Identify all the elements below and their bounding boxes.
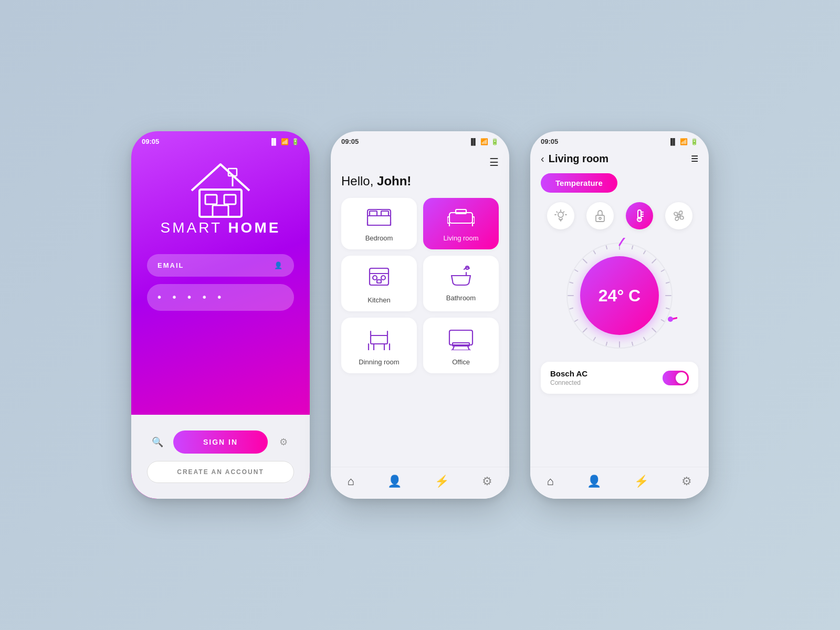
- room-card-dinning-room[interactable]: Dinning room: [341, 318, 417, 373]
- svg-line-70: [570, 282, 573, 284]
- device-name: Bosch AC: [550, 369, 587, 378]
- device-toggle[interactable]: [663, 371, 689, 385]
- office-icon: [447, 327, 475, 353]
- svg-rect-2: [224, 195, 236, 204]
- svg-line-61: [644, 338, 645, 340]
- office-label: Office: [452, 358, 470, 366]
- svg-line-52: [632, 246, 633, 249]
- thermostat[interactable]: 24° C: [562, 238, 677, 353]
- svg-line-60: [652, 328, 656, 332]
- room-card-bedroom[interactable]: Bedroom: [341, 198, 417, 249]
- lock-control[interactable]: [586, 202, 614, 229]
- nav-bolt-3[interactable]: ⚡: [634, 475, 648, 488]
- temp-control[interactable]: [626, 202, 653, 229]
- login-content: SMART HOME EMAIL 👤 • • • • •: [131, 149, 310, 415]
- svg-rect-3: [213, 205, 228, 217]
- email-field[interactable]: EMAIL 👤: [147, 254, 294, 277]
- time-3: 09:05: [541, 138, 558, 145]
- room-card-living-room[interactable]: Living room: [423, 198, 499, 249]
- svg-line-39: [563, 212, 564, 212]
- svg-rect-23: [371, 335, 387, 344]
- svg-point-35: [558, 212, 563, 217]
- svg-line-62: [632, 342, 633, 345]
- svg-point-45: [637, 217, 642, 222]
- nav-home-2[interactable]: ⌂: [348, 475, 354, 488]
- bottom-nav-3: ⌂ 👤 ⚡ ⚙: [530, 467, 709, 499]
- status-icons-3: ▐▌ 📶 🔋: [668, 138, 698, 145]
- svg-point-18: [381, 276, 385, 280]
- sign-in-button[interactable]: SIGN IN: [173, 430, 268, 454]
- nav-home-3[interactable]: ⌂: [547, 475, 554, 488]
- time-1: 09:05: [142, 138, 159, 145]
- control-icons: [541, 202, 698, 229]
- room-card-office[interactable]: Office: [423, 318, 499, 373]
- svg-rect-19: [377, 280, 381, 283]
- svg-line-56: [666, 282, 669, 284]
- status-bar-2: 09:05 ▐▌ 📶 🔋: [331, 131, 509, 149]
- menu-icon-3[interactable]: ☰: [691, 154, 698, 164]
- svg-rect-6: [368, 216, 391, 225]
- nav-settings-2[interactable]: ⚙: [482, 475, 492, 488]
- svg-rect-7: [370, 211, 377, 216]
- login-fields: EMAIL 👤 • • • • •: [147, 254, 294, 311]
- nav-user-2[interactable]: 👤: [387, 475, 402, 488]
- wifi-icon-2: 📶: [480, 138, 488, 145]
- nav-user-3[interactable]: 👤: [587, 475, 601, 488]
- search-button[interactable]: 🔍: [147, 432, 168, 453]
- time-2: 09:05: [341, 138, 359, 145]
- user-icon: 👤: [274, 261, 284, 269]
- svg-rect-8: [381, 211, 388, 216]
- greeting-name: John!: [377, 174, 411, 188]
- room-detail-content: ‹ Living room ☰ Temperature: [530, 149, 709, 467]
- bottom-actions: 🔍 SIGN IN ⚙: [147, 430, 294, 454]
- svg-line-68: [570, 308, 573, 309]
- svg-line-58: [666, 308, 669, 309]
- back-button[interactable]: ‹: [541, 153, 544, 165]
- menu-icon[interactable]: ☰: [341, 154, 499, 174]
- bedroom-label: Bedroom: [365, 234, 393, 242]
- room-title: Living room: [549, 153, 608, 165]
- app-title: SMART HOME: [161, 219, 281, 236]
- light-control[interactable]: [547, 202, 574, 229]
- email-label: EMAIL: [158, 261, 184, 269]
- app-title-bold: HOME: [228, 219, 280, 236]
- room-card-kitchen[interactable]: Kitchen: [341, 256, 417, 311]
- signal-icon-3: ▐▌: [668, 138, 677, 145]
- svg-point-75: [668, 317, 673, 322]
- login-screen: 09:05 ▐▌ 📶 🔋 SMART HOME EMAIL 👤: [131, 131, 310, 499]
- svg-point-43: [599, 217, 601, 219]
- greeting-text: Hello,: [341, 174, 377, 188]
- nav-bolt-2[interactable]: ⚡: [435, 475, 449, 488]
- dinning-room-label: Dinning room: [359, 358, 399, 366]
- svg-line-65: [594, 338, 595, 340]
- svg-line-55: [662, 270, 664, 271]
- bedroom-icon: [366, 207, 392, 229]
- battery-icon: 🔋: [291, 138, 299, 145]
- status-icons-1: ▐▌ 📶 🔋: [269, 138, 299, 145]
- rooms-content: ☰ Hello, John! Bedroom: [331, 149, 509, 467]
- svg-line-66: [583, 328, 587, 332]
- device-status: Connected: [550, 379, 587, 386]
- signal-icon: ▐▌: [269, 138, 278, 145]
- status-bar-3: 09:05 ▐▌ 📶 🔋: [530, 131, 709, 149]
- svg-rect-42: [596, 215, 604, 222]
- create-account-button[interactable]: CREATE AN ACCOUNT: [147, 461, 294, 483]
- bathroom-label: Bathroom: [446, 294, 476, 302]
- greeting: Hello, John!: [341, 174, 499, 188]
- wifi-icon-3: 📶: [680, 138, 688, 145]
- temperature-tab[interactable]: Temperature: [541, 173, 617, 193]
- password-dots: • • • • •: [158, 291, 225, 303]
- settings-button[interactable]: ⚙: [273, 432, 294, 453]
- svg-line-54: [652, 259, 656, 263]
- room-card-bathroom[interactable]: Bathroom: [423, 256, 499, 311]
- password-field[interactable]: • • • • •: [147, 284, 294, 311]
- gear-icon: ⚙: [279, 436, 288, 448]
- status-bar-1: 09:05 ▐▌ 📶 🔋: [131, 131, 310, 149]
- room-header: ‹ Living room ☰: [541, 153, 698, 165]
- dinning-room-icon: [365, 327, 393, 353]
- fan-control[interactable]: [665, 202, 692, 229]
- temperature-value: 24° C: [598, 286, 640, 306]
- svg-line-67: [575, 320, 578, 321]
- nav-settings-3[interactable]: ⚙: [681, 475, 692, 488]
- svg-line-64: [606, 342, 607, 345]
